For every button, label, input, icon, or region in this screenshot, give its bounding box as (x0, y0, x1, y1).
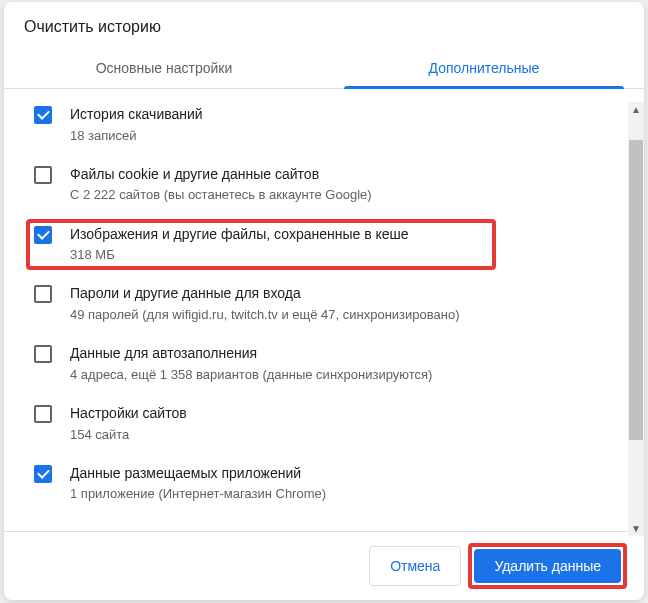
item-text: Данные размещаемых приложений 1 приложен… (70, 464, 624, 504)
checkbox-hosted-apps[interactable] (34, 465, 52, 483)
confirm-button[interactable]: Удалить данные (474, 549, 621, 583)
checkbox-passwords[interactable] (34, 285, 52, 303)
item-cookies: Файлы cookie и другие данные сайтов С 2 … (4, 155, 644, 215)
dialog-title: Очистить историю (4, 2, 644, 48)
item-download-history: История скачиваний 18 записей (4, 95, 644, 155)
checkbox-cached-images[interactable] (34, 226, 52, 244)
item-sub: С 2 222 сайтов (вы останетесь в аккаунте… (70, 186, 624, 204)
confirm-highlight: Удалить данные (471, 546, 624, 586)
tabs: Основные настройки Дополнительные (4, 48, 644, 89)
item-text: Настройки сайтов 154 сайта (70, 404, 624, 444)
item-label: Данные для автозаполнения (70, 344, 624, 364)
item-label: Файлы cookie и другие данные сайтов (70, 165, 624, 185)
item-text: Изображения и другие файлы, сохраненные … (70, 225, 624, 265)
item-label: Настройки сайтов (70, 404, 624, 424)
scrollbar-thumb[interactable] (629, 140, 643, 440)
item-text: История скачиваний 18 записей (70, 105, 624, 145)
item-text: Пароли и другие данные для входа 49 паро… (70, 284, 624, 324)
dialog-footer: Отмена Удалить данные (4, 531, 644, 600)
item-cached-images: Изображения и другие файлы, сохраненные … (4, 215, 644, 275)
item-passwords: Пароли и другие данные для входа 49 паро… (4, 274, 644, 334)
item-site-settings: Настройки сайтов 154 сайта (4, 394, 644, 454)
checkbox-cookies[interactable] (34, 166, 52, 184)
item-label: Данные размещаемых приложений (70, 464, 624, 484)
item-autofill: Данные для автозаполнения 4 адреса, ещё … (4, 334, 644, 394)
checkbox-site-settings[interactable] (34, 405, 52, 423)
item-sub: 4 адреса, ещё 1 358 вариантов (данные си… (70, 366, 624, 384)
scroll-up-icon[interactable]: ▲ (631, 104, 641, 115)
checkbox-download-history[interactable] (34, 106, 52, 124)
checkbox-autofill[interactable] (34, 345, 52, 363)
clear-history-dialog: Очистить историю Основные настройки Допо… (4, 2, 644, 600)
scroll-down-icon[interactable]: ▼ (631, 523, 641, 534)
item-sub: 318 МБ (70, 246, 624, 264)
tab-advanced[interactable]: Дополнительные (324, 48, 644, 88)
item-sub: 1 приложение (Интернет-магазин Chrome) (70, 485, 624, 503)
item-label: История скачиваний (70, 105, 624, 125)
item-sub: 154 сайта (70, 426, 624, 444)
item-text: Файлы cookie и другие данные сайтов С 2 … (70, 165, 624, 205)
tab-basic[interactable]: Основные настройки (4, 48, 324, 88)
item-sub: 49 паролей (для wifigid.ru, twitch.tv и … (70, 306, 624, 324)
item-text: Данные для автозаполнения 4 адреса, ещё … (70, 344, 624, 384)
item-hosted-apps: Данные размещаемых приложений 1 приложен… (4, 454, 644, 514)
item-label: Пароли и другие данные для входа (70, 284, 624, 304)
item-sub: 18 записей (70, 127, 624, 145)
cancel-button[interactable]: Отмена (369, 546, 461, 586)
item-label: Изображения и другие файлы, сохраненные … (70, 225, 624, 245)
options-list: История скачиваний 18 записей Файлы cook… (4, 89, 644, 531)
